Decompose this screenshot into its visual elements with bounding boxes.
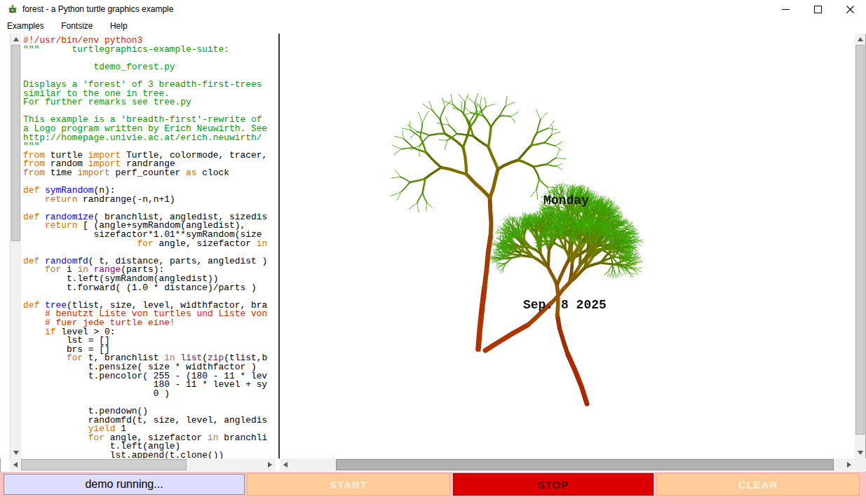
canvas-label-date: Sep. 8 2025	[523, 298, 607, 312]
status-label: demo running...	[4, 474, 245, 495]
menu-item-help[interactable]: Help	[103, 18, 135, 34]
code-vscroll-thumb[interactable]	[11, 45, 20, 241]
close-icon	[846, 6, 854, 13]
code-line: http://homepage.univie.ac.at/erich.neuwi…	[23, 134, 276, 143]
code-line: t.forward( (1.0 * distance)/parts )	[23, 284, 276, 293]
menu-item-fontsize[interactable]: Fontsize	[54, 18, 100, 34]
code-line: from time import perf_counter as clock	[23, 169, 276, 178]
menubar: Examples Fontsize Help	[0, 18, 866, 34]
turtle-icon	[7, 4, 18, 15]
canvas-label-weekday: Monday	[543, 193, 589, 207]
minimize-icon	[782, 9, 790, 10]
code-text[interactable]: #!/usr/bin/env python3""" turtlegraphics…	[21, 34, 276, 458]
scroll-left-arrow-icon[interactable]	[280, 458, 291, 471]
code-line: for angle, sizefactor in	[23, 240, 276, 249]
scroll-left-arrow-icon[interactable]	[10, 458, 21, 471]
code-line: """ turtlegraphics-example-suite:	[23, 46, 276, 55]
canvas-pane: Monday Sep. 8 2025	[280, 34, 855, 458]
code-line: lst.append(t.clone())	[23, 451, 276, 458]
titlebar: forest - a Python turtle graphics exampl…	[0, 0, 866, 18]
scroll-down-arrow-icon[interactable]	[11, 447, 21, 458]
canvas-vscroll-thumb[interactable]	[855, 45, 865, 435]
app-window: forest - a Python turtle graphics exampl…	[0, 0, 866, 504]
maximize-icon	[814, 6, 822, 13]
clear-button[interactable]: CLEAR	[656, 473, 860, 496]
close-button[interactable]	[834, 0, 866, 18]
scrollbar-corner	[855, 458, 866, 471]
maximize-button[interactable]	[801, 0, 834, 18]
code-line: tdemo_forest.py	[23, 63, 276, 72]
left-margin	[0, 34, 10, 458]
scroll-up-arrow-icon[interactable]	[855, 34, 865, 45]
canvas-hbar-thumb[interactable]	[336, 459, 834, 470]
scroll-right-arrow-icon[interactable]	[844, 458, 855, 471]
status-bar: demo running... START STOP CLEAR	[0, 472, 866, 504]
window-title: forest - a Python turtle graphics exampl…	[22, 0, 173, 18]
stop-button[interactable]: STOP	[453, 473, 654, 496]
code-vertical-scrollbar[interactable]	[10, 34, 21, 458]
scroll-up-arrow-icon[interactable]	[11, 34, 21, 45]
code-horizontal-scrollbar[interactable]	[10, 458, 276, 471]
turtle-canvas	[280, 34, 855, 458]
canvas-vertical-scrollbar[interactable]	[855, 34, 865, 458]
code-line: 0 )	[23, 390, 276, 399]
scroll-down-arrow-icon[interactable]	[855, 447, 865, 458]
code-line: For further remarks see tree.py	[23, 98, 276, 107]
scroll-right-arrow-icon[interactable]	[264, 458, 276, 471]
start-button[interactable]: START	[247, 473, 450, 496]
menu-item-examples[interactable]: Examples	[0, 18, 51, 34]
code-line: return randrange(-n,n+1)	[23, 196, 276, 205]
code-hbar-thumb[interactable]	[21, 459, 187, 470]
canvas-horizontal-scrollbar[interactable]	[280, 458, 855, 471]
minimize-button[interactable]	[769, 0, 801, 18]
